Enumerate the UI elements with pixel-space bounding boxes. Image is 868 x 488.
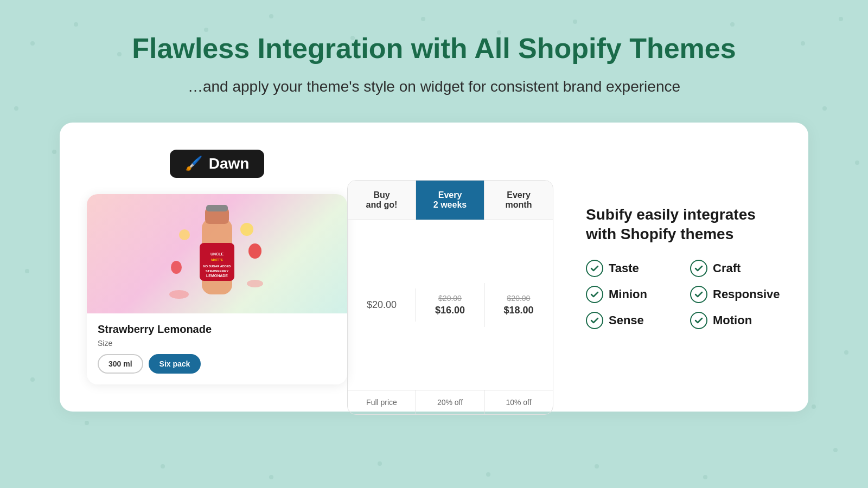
pricing-section: Buyand go! Every2 weeks Everymonth $20.0… [347, 150, 553, 384]
product-card: UNCLE MATT'S NO SUGAR ADDED STRAWBERRY L… [87, 194, 347, 384]
svg-rect-48 [206, 205, 228, 211]
svg-text:UNCLE: UNCLE [210, 252, 224, 256]
variant-300ml[interactable]: 300 ml [98, 354, 143, 374]
price-2weeks-current: $16.00 [435, 305, 465, 316]
discount-month: 10% off [484, 390, 553, 414]
dawn-badge: 🖌️ Dawn [170, 150, 265, 178]
col-header-month: Everymonth [484, 181, 553, 220]
svg-point-24 [833, 448, 838, 452]
theme-item-sense: Sense [586, 312, 677, 329]
product-image-area: UNCLE MATT'S NO SUGAR ADDED STRAWBERRY L… [87, 194, 347, 313]
check-motion [690, 312, 707, 329]
dawn-label: Dawn [209, 155, 250, 172]
check-responsive [690, 286, 707, 303]
svg-point-34 [169, 290, 189, 299]
svg-point-37 [179, 229, 190, 240]
discount-2weeks: 20% off [416, 390, 484, 414]
svg-point-39 [171, 261, 182, 274]
price-buy: $20.00 [367, 299, 397, 311]
check-taste [586, 260, 603, 277]
product-name: Strawberry Lemonade [98, 323, 336, 336]
svg-text:LEMONADE: LEMONADE [206, 274, 228, 278]
theme-item-minion: Minion [586, 286, 677, 303]
price-month-original: $20.00 [507, 294, 531, 303]
theme-item-responsive: Responsive [690, 286, 781, 303]
svg-point-36 [240, 223, 253, 236]
product-info: Strawberry Lemonade Size 300 ml Six pack [87, 313, 347, 384]
svg-point-38 [248, 243, 261, 259]
col-header-2weeks: Every2 weeks [416, 181, 484, 220]
subtitle: …and apply your theme's style on widget … [43, 78, 825, 95]
svg-point-25 [161, 464, 165, 468]
check-sense [586, 312, 603, 329]
pricing-header-row: Buyand go! Every2 weeks Everymonth [348, 181, 553, 220]
theme-responsive-label: Responsive [713, 287, 780, 301]
main-card: 🖌️ Dawn [60, 123, 808, 412]
theme-taste-label: Taste [609, 261, 639, 275]
svg-point-27 [378, 461, 382, 466]
theme-motion-label: Motion [713, 313, 752, 328]
main-title: Flawless Integration with All Shopify Th… [43, 33, 825, 65]
info-section: Subify easily integrates with Shopify th… [553, 150, 781, 384]
price-cell-buy: $20.00 [348, 288, 416, 322]
product-section: 🖌️ Dawn [87, 150, 347, 384]
check-minion [586, 286, 603, 303]
theme-item-motion: Motion [690, 312, 781, 329]
pricing-table: Buyand go! Every2 weeks Everymonth $20.0… [347, 180, 553, 415]
product-variants: 300 ml Six pack [98, 354, 336, 374]
price-cell-month: $20.00 $18.00 [484, 283, 553, 327]
theme-minion-label: Minion [609, 287, 647, 301]
svg-point-28 [486, 472, 490, 477]
check-craft [690, 260, 707, 277]
discount-buy: Full price [348, 390, 416, 414]
pricing-prices-row: $20.00 $20.00 $16.00 $20.00 $18.00 [348, 220, 553, 390]
svg-text:MATT'S: MATT'S [211, 258, 223, 261]
svg-point-29 [595, 464, 599, 468]
svg-point-26 [269, 475, 273, 479]
svg-point-35 [247, 280, 263, 287]
svg-text:STRAWBERRY: STRAWBERRY [206, 269, 228, 273]
theme-item-taste: Taste [586, 260, 677, 277]
svg-text:NO SUGAR ADDED: NO SUGAR ADDED [203, 265, 231, 268]
size-label: Size [98, 339, 336, 348]
theme-sense-label: Sense [609, 313, 644, 328]
dawn-badge-container: 🖌️ Dawn [87, 150, 347, 178]
price-2weeks-original: $20.00 [438, 294, 462, 303]
col-header-buy: Buyand go! [348, 181, 416, 220]
price-cell-2weeks: $20.00 $16.00 [416, 283, 484, 327]
theme-item-craft: Craft [690, 260, 781, 277]
theme-craft-label: Craft [713, 261, 741, 275]
variant-sixpack[interactable]: Six pack [149, 354, 201, 374]
price-month-current: $18.00 [503, 305, 533, 316]
pricing-discount-row: Full price 20% off 10% off [348, 390, 553, 414]
svg-point-30 [703, 475, 707, 479]
info-title: Subify easily integrates with Shopify th… [586, 205, 781, 245]
themes-grid: Taste Craft Mini [586, 260, 781, 329]
paint-icon: 🖌️ [185, 155, 202, 172]
